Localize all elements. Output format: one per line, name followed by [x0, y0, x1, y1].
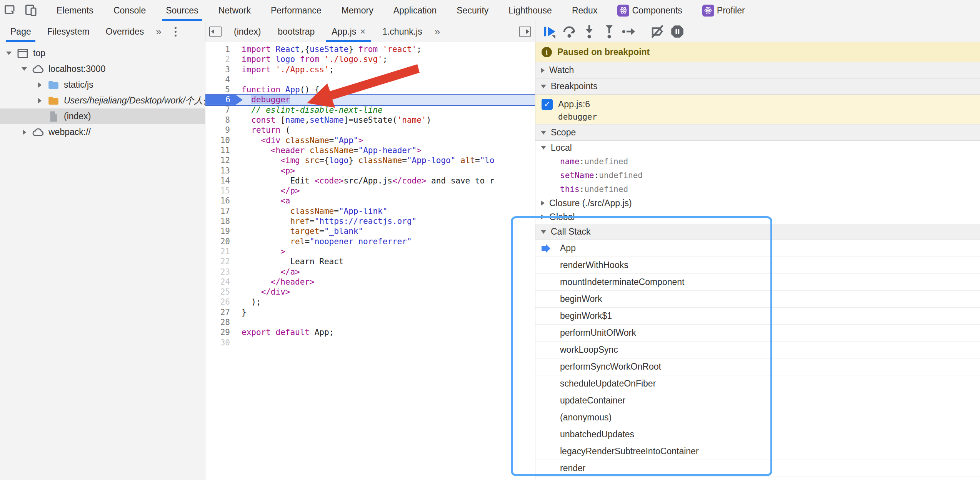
chevron-down-icon[interactable]	[4, 52, 14, 55]
resume-icon[interactable]	[541, 23, 558, 40]
line-number-20[interactable]: 20	[205, 237, 236, 247]
code-line-25[interactable]: 25 </div>	[205, 287, 535, 297]
callstack-frame-beginwork[interactable]: beginWork	[535, 291, 980, 308]
code-line-15[interactable]: 15 </p>	[205, 186, 535, 196]
line-number-4[interactable]: 4	[205, 75, 236, 85]
more-file-tabs-chevron-icon[interactable]: »	[431, 21, 444, 42]
line-number-26[interactable]: 26	[205, 297, 236, 307]
code-line-6[interactable]: 6 debugger	[205, 95, 535, 105]
tab-network[interactable]: Network	[208, 0, 261, 21]
tree-item-static-js[interactable]: static/js	[0, 77, 205, 93]
step-icon[interactable]	[621, 23, 638, 40]
line-number-6[interactable]: 6	[205, 95, 243, 105]
tab-components[interactable]: Components	[607, 0, 692, 21]
code-line-12[interactable]: 12 <img src={logo} className="App-logo" …	[205, 155, 535, 165]
callstack-frame-scheduleupdateonfiber[interactable]: scheduleUpdateOnFiber	[535, 375, 980, 392]
line-number-27[interactable]: 27	[205, 307, 236, 317]
tree-item-webpack[interactable]: webpack://	[0, 124, 205, 140]
line-number-13[interactable]: 13	[205, 166, 236, 176]
callstack-frame-legacyrendersubtreeintocontainer[interactable]: legacyRenderSubtreeIntoContainer	[535, 443, 980, 460]
line-number-3[interactable]: 3	[205, 65, 236, 75]
chevron-right-icon[interactable]	[35, 82, 45, 88]
chevron-right-icon[interactable]	[35, 98, 45, 103]
expand-debugger-panel-icon[interactable]	[515, 21, 535, 42]
code-line-28[interactable]: 28	[205, 317, 535, 327]
code-line-23[interactable]: 23 </a>	[205, 267, 535, 277]
code-line-21[interactable]: 21 >	[205, 247, 535, 257]
code-line-14[interactable]: 14 Edit <code>src/App.js</code> and save…	[205, 176, 535, 186]
callstack-frame-renderwithhooks[interactable]: renderWithHooks	[535, 257, 980, 274]
line-number-10[interactable]: 10	[205, 135, 236, 145]
code-line-30[interactable]: 30	[205, 338, 535, 348]
callstack-frame-updatecontainer[interactable]: updateContainer	[535, 392, 980, 409]
line-number-22[interactable]: 22	[205, 257, 236, 267]
code-line-9[interactable]: 9 return (	[205, 125, 535, 135]
callstack-frame-unbatchedupdates[interactable]: unbatchedUpdates	[535, 426, 980, 443]
line-number-28[interactable]: 28	[205, 317, 236, 327]
callstack-frame-performsyncworkonroot[interactable]: performSyncWorkOnRoot	[535, 358, 980, 375]
callstack-frame-workloopsync[interactable]: workLoopSync	[535, 342, 980, 358]
watch-section-header[interactable]: Watch	[535, 62, 980, 78]
breakpoint-entry[interactable]: ✓ App.js:6 debugger	[535, 95, 980, 125]
callstack-section-header[interactable]: Call Stack	[535, 224, 980, 240]
code-line-10[interactable]: 10 <div className="App">	[205, 135, 535, 145]
code-line-20[interactable]: 20 rel="noopener noreferrer"	[205, 237, 535, 247]
tab-performance[interactable]: Performance	[261, 0, 332, 21]
file-tab-1-chunk-js[interactable]: 1.chunk.js	[374, 21, 431, 42]
code-line-24[interactable]: 24 </header>	[205, 277, 535, 287]
scope-section-header[interactable]: Scope	[535, 125, 980, 141]
tree-item-index[interactable]: (index)	[0, 108, 205, 124]
tree-item-users-hejialiang-desktop-work-个人代码[interactable]: Users/hejialiang/Desktop/work/个人代码	[0, 93, 205, 108]
line-number-30[interactable]: 30	[205, 338, 236, 348]
code-line-2[interactable]: 2import logo from './logo.svg';	[205, 54, 535, 64]
file-tab-app-js[interactable]: App.js×	[323, 21, 374, 42]
step-over-icon[interactable]	[561, 23, 578, 40]
code-line-26[interactable]: 26 );	[205, 297, 535, 307]
breakpoints-section-header[interactable]: Breakpoints	[535, 78, 980, 95]
tab-application[interactable]: Application	[383, 0, 447, 21]
scope-variable-name[interactable]: name: undefined	[535, 155, 980, 168]
line-number-15[interactable]: 15	[205, 186, 236, 196]
line-number-8[interactable]: 8	[205, 115, 236, 125]
navigator-tab-filesystem[interactable]: Filesystem	[39, 21, 98, 42]
tab-redux[interactable]: Redux	[562, 0, 607, 21]
code-line-7[interactable]: 7 // eslint-disable-next-line	[205, 105, 535, 115]
line-number-7[interactable]: 7	[205, 105, 236, 115]
breakpoint-location[interactable]: App.js:6	[558, 99, 590, 110]
file-tab-bootstrap[interactable]: bootstrap	[269, 21, 323, 42]
callstack-frame-beginwork-1[interactable]: beginWork$1	[535, 308, 980, 325]
line-number-2[interactable]: 2	[205, 54, 236, 64]
tree-item-top[interactable]: top	[0, 45, 205, 61]
scope-local-row[interactable]: Local	[535, 141, 980, 155]
device-toolbar-icon[interactable]	[21, 0, 42, 21]
callstack-frame-app[interactable]: App	[535, 240, 980, 257]
line-number-21[interactable]: 21	[205, 247, 236, 257]
scope-variable-this[interactable]: this: undefined	[535, 182, 980, 196]
chevron-right-icon[interactable]	[19, 130, 29, 135]
code-line-17[interactable]: 17 className="App-link"	[205, 206, 535, 216]
line-number-16[interactable]: 16	[205, 196, 236, 206]
collapse-sidebar-icon[interactable]	[205, 21, 225, 42]
line-number-23[interactable]: 23	[205, 267, 236, 277]
chevron-down-icon[interactable]	[19, 67, 29, 71]
code-line-16[interactable]: 16 <a	[205, 196, 535, 206]
code-line-22[interactable]: 22 Learn React	[205, 257, 535, 267]
line-number-18[interactable]: 18	[205, 216, 236, 226]
code-line-29[interactable]: 29export default App;	[205, 327, 535, 337]
step-into-icon[interactable]	[581, 23, 598, 40]
line-number-25[interactable]: 25	[205, 287, 236, 297]
line-number-29[interactable]: 29	[205, 327, 236, 337]
code-line-13[interactable]: 13 <p>	[205, 166, 535, 176]
navigator-tab-overrides[interactable]: Overrides	[98, 21, 152, 42]
code-line-8[interactable]: 8 const [name,setName]=useState('name')	[205, 115, 535, 125]
callstack-frame-mountindeterminatecomponent[interactable]: mountIndeterminateComponent	[535, 274, 980, 291]
breakpoint-checkbox[interactable]: ✓	[542, 99, 553, 110]
step-out-icon[interactable]	[601, 23, 618, 40]
callstack-frame-anonymous[interactable]: (anonymous)	[535, 409, 980, 426]
tab-sources[interactable]: Sources	[156, 0, 208, 21]
scope-closure-row[interactable]: Closure (./src/App.js)	[535, 196, 980, 210]
line-number-1[interactable]: 1	[205, 44, 236, 54]
code-line-11[interactable]: 11 <header className="App-header">	[205, 145, 535, 155]
line-number-17[interactable]: 17	[205, 206, 236, 216]
callstack-frame-render[interactable]: render	[535, 460, 980, 477]
